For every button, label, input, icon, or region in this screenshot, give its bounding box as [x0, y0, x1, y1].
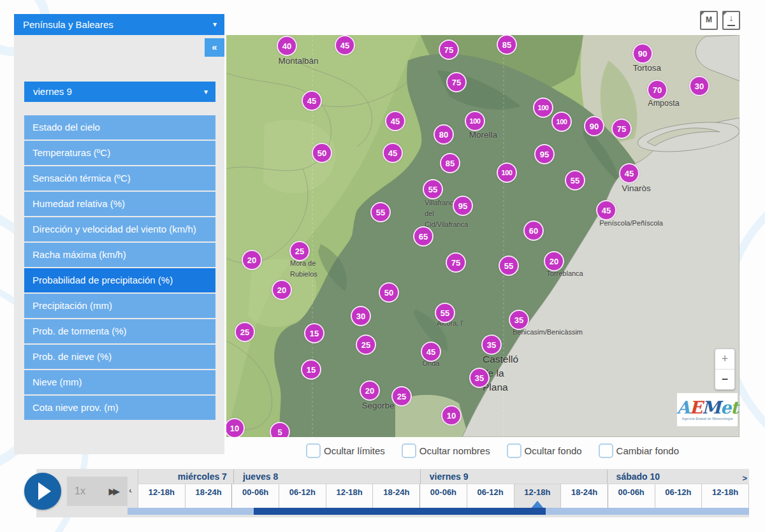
sidebar-item[interactable]: Humedad relativa (%) — [24, 192, 215, 216]
sidebar-item[interactable]: Estado del cielo — [24, 115, 215, 140]
playback-speed-control[interactable]: 1x ▶▶ — [67, 477, 127, 506]
probability-marker[interactable]: 35 — [469, 368, 490, 388]
sidebar-item[interactable]: Nieve (mm) — [24, 370, 215, 394]
checkbox-icon[interactable] — [507, 443, 521, 458]
sidebar-item[interactable]: Racha máxima (km/h) — [24, 243, 215, 267]
probability-marker[interactable]: 30 — [689, 76, 710, 96]
map-option-checkbox[interactable]: Ocultar límites — [306, 443, 385, 458]
sidebar-item[interactable]: Precipitación (mm) — [24, 294, 215, 318]
probability-marker[interactable]: 40 — [277, 36, 297, 56]
probability-marker[interactable]: 95 — [453, 196, 473, 216]
probability-marker[interactable]: 75 — [446, 72, 467, 92]
probability-marker[interactable]: 25 — [235, 322, 255, 342]
sidebar-item[interactable]: Probabilidad de precipitación (%) — [24, 268, 215, 292]
aemet-letter: A — [676, 398, 689, 417]
timeline-cell[interactable]: 18-24h — [186, 484, 233, 508]
timeline-scrollbar-track[interactable] — [127, 508, 749, 515]
collapse-sidebar-button[interactable]: « — [205, 38, 224, 57]
probability-marker[interactable]: 100 — [533, 97, 553, 118]
probability-marker[interactable]: 60 — [523, 220, 544, 241]
probability-marker[interactable]: 70 — [647, 80, 667, 100]
probability-marker[interactable]: 25 — [391, 386, 412, 406]
timeline-cell[interactable]: 12-18h — [326, 484, 374, 508]
checkbox-icon[interactable] — [599, 443, 613, 458]
map-option-checkbox[interactable]: Ocultar nombres — [402, 443, 490, 458]
probability-marker[interactable]: 15 — [301, 359, 321, 380]
weather-map[interactable]: MontalbánTortosaAmpostaMorellaVinaròsVil… — [226, 35, 740, 437]
sidebar-item[interactable]: Prob. de tormenta (%) — [24, 319, 215, 343]
sidebar-item[interactable]: Dirección y velocidad del viento (km/h) — [24, 217, 215, 241]
timeline-cell[interactable]: 06-12h — [467, 484, 514, 508]
scroll-right-icon[interactable]: > — [742, 473, 747, 483]
probability-marker[interactable]: 100 — [497, 162, 517, 183]
sidebar-item[interactable]: Prob. de nieve (%) — [24, 345, 215, 369]
probability-marker[interactable]: 50 — [312, 143, 332, 163]
probability-marker[interactable]: 55 — [370, 202, 391, 222]
sidebar-item[interactable]: Temperaturas (ºC) — [24, 141, 215, 165]
probability-marker[interactable]: 65 — [413, 226, 433, 247]
probability-marker[interactable]: 20 — [544, 251, 564, 271]
timeline-cell[interactable]: 12-18h — [138, 484, 186, 508]
checkbox-icon[interactable] — [306, 443, 321, 458]
probability-marker[interactable]: 45 — [596, 200, 616, 220]
probability-marker[interactable]: 90 — [632, 43, 653, 64]
probability-marker[interactable]: 10 — [441, 405, 462, 426]
probability-marker[interactable]: 15 — [304, 323, 324, 343]
probability-marker[interactable]: 100 — [465, 111, 485, 131]
timeline-cell[interactable]: 06-12h — [279, 484, 326, 508]
probability-marker[interactable]: 20 — [272, 280, 292, 300]
timeline-cell[interactable]: 12-18h — [702, 484, 749, 508]
probability-marker[interactable]: 45 — [335, 35, 355, 55]
map-option-checkbox[interactable]: Cambiar fondo — [599, 443, 679, 458]
probability-marker[interactable]: 10 — [226, 418, 245, 437]
probability-marker[interactable]: 80 — [433, 124, 454, 145]
probability-marker[interactable]: 75 — [611, 119, 632, 139]
probability-marker[interactable]: 45 — [382, 143, 403, 163]
sidebar-item[interactable]: Sensación térmica (ºC) — [24, 166, 215, 191]
probability-marker[interactable]: 55 — [565, 170, 585, 191]
timeline-cell[interactable]: 18-24h — [373, 484, 420, 508]
zoom-out-button[interactable]: − — [715, 370, 734, 389]
timeline-cell[interactable]: 12-18h — [514, 484, 562, 508]
timeline-scrollbar-thumb[interactable] — [254, 508, 546, 515]
timeline-cell[interactable]: 18-24h — [561, 484, 608, 508]
legend-document-icon[interactable]: M — [700, 11, 718, 30]
map-option-checkbox[interactable]: Ocultar fondo — [507, 443, 582, 458]
probability-marker[interactable]: 35 — [481, 334, 502, 355]
probability-marker[interactable]: 85 — [440, 153, 460, 173]
fast-forward-icon[interactable]: ▶▶ — [108, 486, 120, 496]
probability-marker[interactable]: 55 — [499, 255, 519, 276]
timeline-scroll-left[interactable]: ‹ — [127, 470, 138, 508]
timeline-cell[interactable]: 00-06h — [420, 484, 467, 508]
probability-marker[interactable]: 45 — [385, 111, 405, 131]
probability-marker[interactable]: 45 — [302, 90, 322, 111]
probability-marker[interactable]: 55 — [435, 303, 455, 323]
day-selector[interactable]: viernes 9 ▾ — [24, 82, 215, 102]
probability-marker[interactable]: 45 — [619, 163, 639, 183]
probability-marker[interactable]: 75 — [439, 40, 459, 60]
probability-marker[interactable]: 35 — [509, 310, 529, 330]
timeline-cell[interactable]: 00-06h — [232, 484, 279, 508]
probability-marker[interactable]: 50 — [379, 282, 399, 303]
probability-marker[interactable]: 25 — [356, 334, 376, 355]
sidebar-item[interactable]: Cota nieve prov. (m) — [24, 396, 215, 420]
probability-marker[interactable]: 95 — [534, 144, 555, 164]
probability-marker[interactable]: 90 — [584, 116, 604, 136]
probability-marker[interactable]: 30 — [351, 306, 371, 326]
probability-marker[interactable]: 25 — [289, 241, 310, 261]
probability-marker[interactable]: 45 — [421, 341, 441, 362]
zoom-in-button[interactable]: + — [715, 349, 734, 370]
timeline-cell[interactable]: 00-06h — [608, 484, 655, 508]
probability-marker[interactable]: 5 — [270, 422, 290, 437]
download-icon[interactable]: ↓ — [722, 11, 740, 30]
probability-marker[interactable]: 85 — [497, 35, 517, 55]
probability-marker[interactable]: 55 — [423, 179, 443, 199]
probability-marker[interactable]: 20 — [360, 380, 380, 401]
timeline-cell[interactable]: 06-12h — [655, 484, 703, 508]
play-button[interactable] — [24, 473, 61, 510]
region-selector[interactable]: Península y Baleares ▾ — [14, 14, 224, 35]
probability-marker[interactable]: 75 — [446, 252, 466, 273]
probability-marker[interactable]: 20 — [242, 250, 262, 270]
probability-marker[interactable]: 100 — [551, 111, 572, 132]
checkbox-icon[interactable] — [402, 443, 416, 458]
